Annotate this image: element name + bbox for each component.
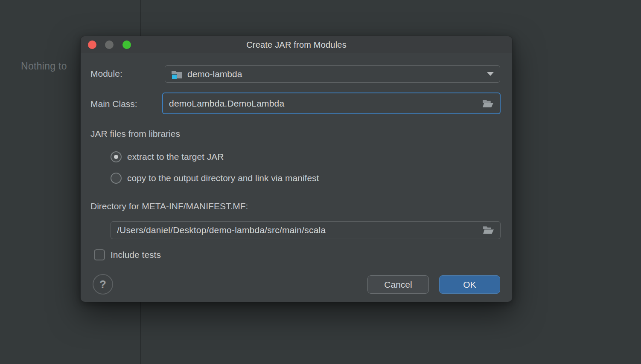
manifest-directory-field[interactable] xyxy=(111,221,501,239)
open-folder-icon[interactable] xyxy=(482,99,494,108)
dialog-titlebar[interactable]: Create JAR from Modules xyxy=(81,36,512,53)
help-button[interactable]: ? xyxy=(93,274,113,295)
include-tests-label: Include tests xyxy=(111,249,161,261)
create-jar-dialog: Create JAR from Modules Module: demo-lam… xyxy=(80,36,513,302)
module-value: demo-lambda xyxy=(187,69,242,79)
module-combobox[interactable]: demo-lambda xyxy=(165,65,500,83)
module-folder-icon xyxy=(171,69,182,79)
cancel-button[interactable]: Cancel xyxy=(367,275,429,294)
radio-copy-to-output[interactable]: copy to the output directory and link vi… xyxy=(111,172,319,184)
libraries-section-title: JAR files from libraries xyxy=(90,128,180,140)
background-placeholder-text: Nothing to xyxy=(21,61,67,72)
include-tests-checkbox-row[interactable]: Include tests xyxy=(94,249,161,261)
radio-extract-to-jar[interactable]: extract to the target JAR xyxy=(111,151,224,163)
radio-icon[interactable] xyxy=(111,173,122,184)
checkbox-icon[interactable] xyxy=(94,249,105,260)
main-class-field[interactable] xyxy=(162,92,501,114)
open-folder-icon[interactable] xyxy=(483,225,494,235)
section-divider xyxy=(219,134,502,134)
manifest-directory-input[interactable] xyxy=(117,225,478,235)
ide-background: Nothing to Create JAR from Modules Modul… xyxy=(0,0,641,364)
dialog-title: Create JAR from Modules xyxy=(81,36,512,53)
chevron-down-icon[interactable] xyxy=(487,72,494,76)
module-label: Module: xyxy=(90,68,122,80)
main-class-input[interactable] xyxy=(169,98,477,109)
radio-label: copy to the output directory and link vi… xyxy=(127,172,319,184)
main-class-label: Main Class: xyxy=(90,98,137,110)
radio-label: extract to the target JAR xyxy=(127,151,224,163)
ok-button[interactable]: OK xyxy=(439,275,500,294)
manifest-directory-label: Directory for META-INF/MANIFEST.MF: xyxy=(90,200,248,212)
radio-icon[interactable] xyxy=(111,151,122,162)
